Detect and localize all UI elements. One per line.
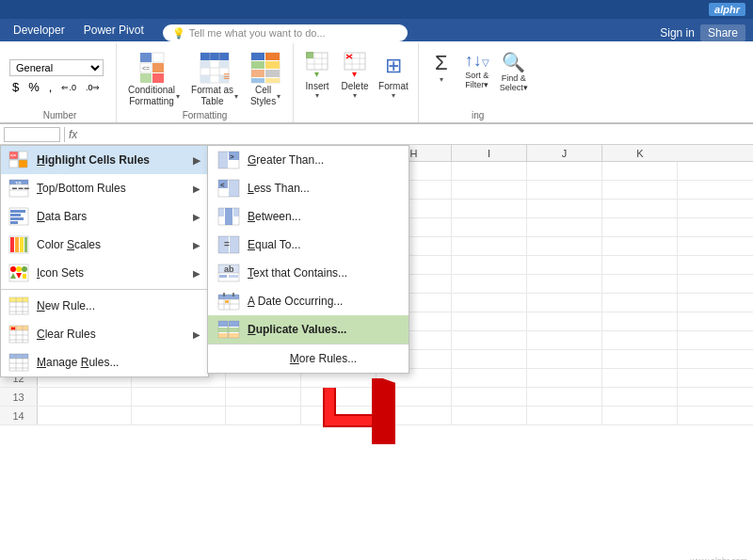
submenu-item-morerules[interactable]: More Rules... [208,344,409,373]
submenu-item-equalto[interactable]: = Equal To... [208,231,409,259]
svg-rect-69 [23,274,26,279]
grid-cell[interactable] [602,388,678,406]
grid-cell[interactable] [527,275,602,293]
menu-item-highlight[interactable]: <= Highlight Cells Rules ▶ [1,146,208,174]
dollar-sign[interactable]: $ [9,79,22,95]
grid-cell[interactable] [452,237,527,255]
format-button[interactable]: ⊞ Format ▾ [375,49,412,102]
grid-cell[interactable] [452,388,527,406]
grid-cell[interactable] [226,388,301,406]
increase-decimal[interactable]: ⇐.0 [58,82,79,93]
sign-in-button[interactable]: Sign in [660,26,695,40]
grid-cell[interactable] [527,200,602,217]
grid-cell[interactable] [527,256,602,274]
conditional-formatting-button[interactable]: <= ConditionalFormatting ▾ [124,49,184,109]
grid-cell[interactable] [602,331,678,349]
grid-cell[interactable] [527,388,602,406]
tab-developer[interactable]: Developer [4,19,74,41]
grid-cell[interactable] [527,407,602,424]
decrease-decimal[interactable]: .0⇒ [83,82,104,93]
grid-cell[interactable] [602,294,678,312]
grid-cell[interactable] [602,369,678,387]
grid-cell[interactable] [452,407,527,424]
menu-item-colorscales-label: Color Scales [37,238,185,251]
name-box[interactable] [4,127,60,142]
grid-cell[interactable] [602,407,678,424]
autosum-button[interactable]: Σ ▾ [425,49,458,94]
grid-cell[interactable] [602,237,678,255]
tab-power-pivot[interactable]: Power Pivot [74,19,153,41]
grid-cell[interactable] [602,200,678,217]
menu-item-iconsets[interactable]: Icon Sets ▶ [1,259,208,287]
grid-cell[interactable] [602,218,678,236]
format-as-table-icon: ≡ [199,51,231,85]
grid-cell[interactable] [527,350,602,368]
delete-button[interactable]: ▾ Delete ▾ [337,49,373,102]
grid-cell[interactable] [527,162,602,180]
menu-item-newrule[interactable]: New Rule... [1,292,208,320]
highlight-cells-icon: <= [8,151,29,169]
submenu-item-dateoccurring[interactable]: A Date Occurring... [208,287,409,315]
grid-cell[interactable] [452,312,527,330]
grid-cell[interactable] [132,388,226,406]
percent-sign[interactable]: % [25,79,42,95]
grid-cell[interactable] [452,275,527,293]
grid-cell[interactable] [38,407,132,424]
grid-cell[interactable] [226,407,301,424]
tell-me-bar[interactable]: 💡 Tell me what you want to do... [163,24,408,41]
grid-cell[interactable] [602,275,678,293]
format-dropdown[interactable]: General Number Currency Percentage [9,59,104,76]
grid-cell[interactable] [452,294,527,312]
formula-input[interactable] [81,127,749,142]
svg-rect-114 [229,275,238,278]
grid-cell[interactable] [527,369,602,387]
svg-text:≡: ≡ [223,70,230,83]
grid-cell[interactable] [527,181,602,199]
grid-cell[interactable] [527,312,602,330]
grid-cell[interactable] [376,407,452,424]
grid-cell[interactable] [301,407,376,424]
menu-item-clearrules[interactable]: Clear Rules ▶ [1,320,208,348]
menu-item-managerules[interactable]: Manage Rules... [1,348,208,376]
grid-cell[interactable] [602,312,678,330]
grid-cell[interactable] [527,331,602,349]
grid-cell[interactable] [38,388,132,406]
grid-cell[interactable] [452,369,527,387]
grid-cell[interactable] [452,256,527,274]
submenu-duplicate-label: Duplicate Values... [248,323,346,336]
insert-button[interactable]: ▾ Insert ▾ [299,49,335,102]
grid-cell[interactable] [376,388,452,406]
cell-styles-label: CellStyles [250,85,276,107]
menu-item-databars[interactable]: Data Bars ▶ [1,202,208,231]
grid-cell[interactable] [452,200,527,217]
grid-cell[interactable] [602,181,678,199]
grid-cell[interactable] [602,162,678,180]
svg-text:ab: ab [224,264,234,274]
comma-sign[interactable]: , [46,79,56,95]
grid-cell[interactable] [452,331,527,349]
sort-filter-button[interactable]: ↑↓▽ Sort &Filter▾ [460,49,494,94]
grid-cell[interactable] [527,237,602,255]
grid-cell[interactable] [602,350,678,368]
grid-cell[interactable] [132,407,226,424]
grid-cell[interactable] [452,181,527,199]
find-select-button[interactable]: 🔍 Find &Select▾ [496,49,532,94]
submenu-item-lessthan[interactable]: < Less Than... [208,174,409,202]
grid-cell[interactable] [602,256,678,274]
format-as-table-button[interactable]: ≡ Format asTable ▾ [187,49,242,109]
cell-styles-button[interactable]: CellStyles ▾ [246,49,285,109]
menu-item-colorscales[interactable]: Color Scales ▶ [1,231,208,259]
submenu-item-textcontains[interactable]: ab Text that Contains... [208,259,409,287]
share-button[interactable]: Share [700,24,745,41]
grid-cell[interactable] [527,294,602,312]
menu-separator-1 [1,289,208,290]
grid-cell[interactable] [452,350,527,368]
submenu-item-greater[interactable]: > Greater Than... [208,146,409,174]
grid-cell[interactable] [301,388,376,406]
submenu-item-between[interactable]: Between... [208,202,409,231]
menu-item-topbottom[interactable]: 10 ▬ ▬ ▬ Top/Bottom Rules ▶ [1,174,208,202]
grid-cell[interactable] [452,162,527,180]
grid-cell[interactable] [527,218,602,236]
grid-cell[interactable] [452,218,527,236]
submenu-item-duplicate[interactable]: Duplicate Values... [208,315,409,344]
